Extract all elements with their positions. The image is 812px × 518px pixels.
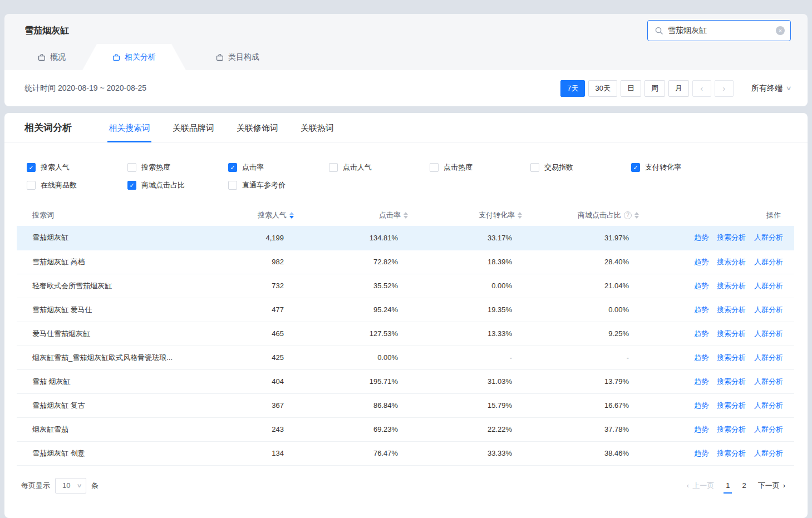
table-row[interactable]: 烟灰缸雪茄_雪茄烟灰缸欧式风格骨瓷珐琅...4250.00%--趋势搜索分析人群…: [17, 346, 794, 369]
filter-交易指数[interactable]: 交易指数: [530, 162, 631, 172]
action-link-趋势[interactable]: 趋势: [694, 353, 708, 362]
action-link-搜索分析[interactable]: 搜索分析: [717, 282, 746, 290]
filter-点击人气[interactable]: 点击人气: [329, 162, 430, 172]
range-buttons: 7天30天日周月: [560, 80, 689, 97]
page-number-1[interactable]: 1: [723, 480, 732, 491]
action-link-搜索分析[interactable]: 搜索分析: [717, 258, 746, 266]
per-page-select[interactable]: 10 ∨: [55, 478, 86, 494]
filter-点击率[interactable]: ✓点击率: [228, 162, 329, 172]
table-row[interactable]: 雪茄烟灰缸 创意13476.47%33.33%38.46%趋势搜索分析人群分析: [17, 441, 794, 465]
table-row[interactable]: 雪茄 烟灰缸404195.71%31.03%13.79%趋势搜索分析人群分析: [17, 369, 794, 393]
table-row[interactable]: 雪茄烟灰缸 高档98272.82%18.39%28.40%趋势搜索分析人群分析: [17, 250, 794, 274]
sort-carets-ctr[interactable]: [403, 212, 408, 219]
help-icon[interactable]: ?: [624, 211, 632, 219]
sort-carets-popularity[interactable]: [289, 212, 294, 219]
checkbox-unchecked-icon[interactable]: [27, 181, 36, 190]
terminal-select[interactable]: 所有终端 ∨: [751, 83, 791, 93]
filter-搜索人气[interactable]: ✓搜索人气: [27, 162, 127, 172]
range-button-30天[interactable]: 30天: [588, 80, 617, 97]
checkbox-checked-icon[interactable]: ✓: [631, 163, 640, 172]
action-link-人群分析[interactable]: 人群分析: [754, 353, 783, 362]
per-page-unit: 条: [91, 481, 99, 491]
action-link-趋势[interactable]: 趋势: [694, 305, 708, 314]
subtab-related-search-words[interactable]: 相关搜索词: [109, 113, 150, 142]
action-link-趋势[interactable]: 趋势: [694, 401, 708, 410]
tab-overview[interactable]: 概况: [21, 44, 82, 70]
action-link-人群分析[interactable]: 人群分析: [754, 425, 783, 433]
range-button-日[interactable]: 日: [621, 80, 641, 97]
table-row[interactable]: 爱马仕雪茄烟灰缸465127.53%13.33%9.25%趋势搜索分析人群分析: [17, 322, 794, 346]
table-row[interactable]: 雪茄烟灰缸4,199134.81%33.17%31.97%趋势搜索分析人群分析: [17, 226, 794, 250]
action-link-搜索分析[interactable]: 搜索分析: [717, 377, 746, 386]
filter-在线商品数[interactable]: 在线商品数: [27, 180, 127, 190]
mall-click-cell: 16.67%: [529, 393, 646, 417]
ctr-cell: 195.71%: [301, 369, 415, 393]
action-link-人群分析[interactable]: 人群分析: [754, 329, 783, 338]
subtab-related-hot-words[interactable]: 关联热词: [301, 113, 334, 142]
keyword-search-box[interactable]: ×: [647, 20, 791, 41]
pagination: ‹ 上一页 12 下一页 ›: [687, 480, 785, 491]
filter-商城点击占比[interactable]: ✓商城点击占比: [127, 180, 228, 190]
conversion-cell: 15.79%: [415, 393, 529, 417]
action-link-趋势[interactable]: 趋势: [694, 282, 708, 290]
prev-period-button[interactable]: ‹: [692, 80, 711, 97]
filter-点击热度[interactable]: 点击热度: [430, 162, 530, 172]
bag-icon: [216, 53, 224, 61]
sort-carets-mall-click[interactable]: [634, 212, 639, 219]
action-link-人群分析[interactable]: 人群分析: [754, 305, 783, 314]
action-link-趋势[interactable]: 趋势: [694, 329, 708, 338]
prev-page-button[interactable]: ‹ 上一页: [687, 481, 714, 491]
filter-支付转化率[interactable]: ✓支付转化率: [631, 162, 732, 172]
tab-category-composition[interactable]: 类目构成: [199, 44, 276, 70]
checkbox-checked-icon[interactable]: ✓: [27, 163, 36, 172]
action-link-搜索分析[interactable]: 搜索分析: [717, 353, 746, 362]
checkbox-unchecked-icon[interactable]: [430, 163, 439, 172]
action-link-人群分析[interactable]: 人群分析: [754, 258, 783, 266]
action-link-趋势[interactable]: 趋势: [694, 425, 708, 433]
action-link-趋势[interactable]: 趋势: [694, 377, 708, 386]
checkbox-checked-icon[interactable]: ✓: [228, 163, 237, 172]
checkbox-checked-icon[interactable]: ✓: [127, 181, 136, 190]
checkbox-unchecked-icon[interactable]: [329, 163, 338, 172]
table-row[interactable]: 轻奢欧式会所雪茄烟灰缸73235.52%0.00%21.04%趋势搜索分析人群分…: [17, 274, 794, 298]
action-link-人群分析[interactable]: 人群分析: [754, 377, 783, 386]
checkbox-unchecked-icon[interactable]: [530, 163, 539, 172]
table-body: 雪茄烟灰缸4,199134.81%33.17%31.97%趋势搜索分析人群分析雪…: [17, 226, 794, 465]
table-row[interactable]: 烟灰缸雪茄24369.23%22.22%37.78%趋势搜索分析人群分析: [17, 417, 794, 441]
range-button-月[interactable]: 月: [668, 80, 689, 97]
actions-cell: 趋势搜索分析人群分析: [646, 226, 794, 250]
action-link-人群分析[interactable]: 人群分析: [754, 449, 783, 457]
range-button-周[interactable]: 周: [644, 80, 665, 97]
ctr-cell: 69.23%: [301, 417, 415, 441]
next-page-button[interactable]: 下一页 ›: [758, 481, 785, 491]
sort-carets-conversion[interactable]: [518, 212, 522, 219]
action-link-人群分析[interactable]: 人群分析: [754, 282, 783, 290]
clear-search-icon[interactable]: ×: [776, 26, 785, 35]
action-link-搜索分析[interactable]: 搜索分析: [717, 401, 746, 410]
action-link-人群分析[interactable]: 人群分析: [754, 233, 783, 241]
checkbox-unchecked-icon[interactable]: [127, 163, 136, 172]
action-link-趋势[interactable]: 趋势: [694, 233, 708, 241]
subtab-related-modifier-words[interactable]: 关联修饰词: [237, 113, 278, 142]
action-link-搜索分析[interactable]: 搜索分析: [717, 305, 746, 314]
table-row[interactable]: 雪茄烟灰缸 爱马仕47795.24%19.35%0.00%趋势搜索分析人群分析: [17, 298, 794, 322]
page-number-2[interactable]: 2: [739, 480, 749, 491]
actions-cell: 趋势搜索分析人群分析: [646, 369, 794, 393]
action-link-趋势[interactable]: 趋势: [694, 258, 708, 266]
action-link-搜索分析[interactable]: 搜索分析: [717, 425, 746, 433]
action-link-搜索分析[interactable]: 搜索分析: [717, 233, 746, 241]
filter-直通车参考价[interactable]: 直通车参考价: [228, 180, 329, 190]
filter-搜索热度[interactable]: 搜索热度: [127, 162, 228, 172]
checkbox-unchecked-icon[interactable]: [228, 181, 237, 190]
action-link-趋势[interactable]: 趋势: [694, 449, 708, 457]
action-link-搜索分析[interactable]: 搜索分析: [717, 329, 746, 338]
search-input[interactable]: [668, 26, 776, 35]
tab-related-analysis[interactable]: 相关分析: [82, 44, 186, 70]
mall-click-cell: 38.46%: [529, 441, 646, 465]
table-row[interactable]: 雪茄烟灰缸 复古36786.84%15.79%16.67%趋势搜索分析人群分析: [17, 393, 794, 417]
range-button-7天[interactable]: 7天: [560, 80, 585, 97]
action-link-人群分析[interactable]: 人群分析: [754, 401, 783, 410]
action-link-搜索分析[interactable]: 搜索分析: [717, 449, 746, 457]
subtab-related-brand-words[interactable]: 关联品牌词: [173, 113, 214, 142]
next-period-button[interactable]: ›: [715, 80, 734, 97]
